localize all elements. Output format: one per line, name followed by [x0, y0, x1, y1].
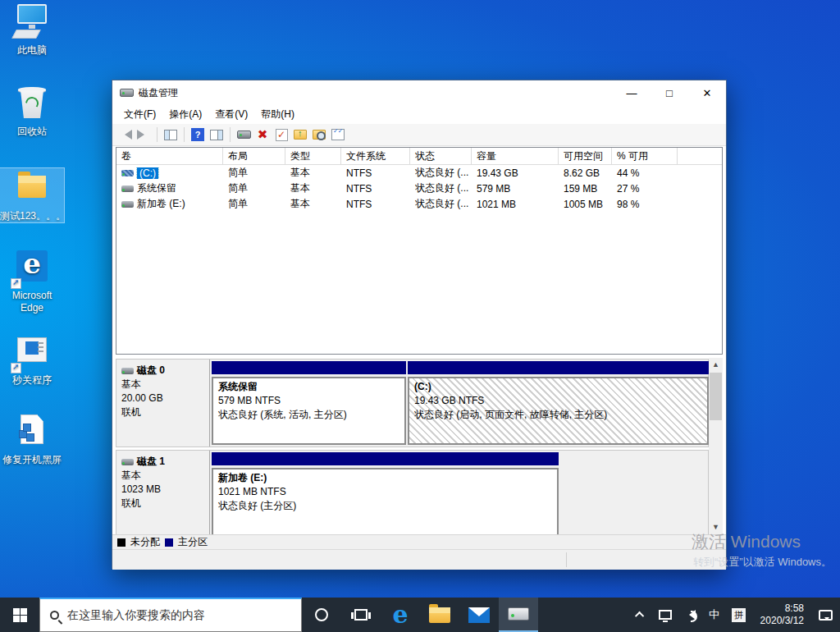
disk-0-info[interactable]: 磁盘 0 基本 20.00 GB 联机 [116, 360, 210, 447]
partition-e[interactable]: 新加卷 (E:) 1021 MB NTFS 状态良好 (主分区) [212, 452, 559, 534]
partition-name: 新加卷 (E:) [218, 471, 552, 485]
cell-fs: NTFS [341, 183, 410, 195]
desktop-icon-this-pc[interactable]: 此电脑 [0, 2, 64, 57]
col-pct-free[interactable]: % 可用 [612, 148, 678, 164]
recycle-bin-icon [12, 84, 52, 123]
desktop-icon-fix-black-screen[interactable]: 修复开机黑屏 [0, 412, 64, 466]
disk-status: 联机 [121, 497, 209, 511]
ime-mode-button[interactable]: 拼 [729, 598, 749, 632]
network-tray-button[interactable] [655, 598, 675, 632]
desktop: 此电脑 回收站 测试123。。。 e Microsoft Edge 秒关程序 修… [0, 0, 840, 632]
partition-c-selected[interactable]: (C:) 19.43 GB NTFS 状态良好 (启动, 页面文件, 故障转储,… [408, 361, 709, 445]
graphical-view-pane: 磁盘 0 基本 20.00 GB 联机 系统保留 579 MB NTFS 状态良… [116, 358, 723, 534]
partition-color-bar [408, 361, 709, 374]
console-tree-icon[interactable] [163, 127, 178, 142]
table-row[interactable]: (C:) 简单 基本 NTFS 状态良好 (... 19.43 GB 8.62 … [116, 165, 722, 181]
partition-status: 状态良好 (主分区) [218, 499, 552, 513]
cortana-button[interactable] [302, 598, 341, 632]
delete-volume-icon[interactable]: ✖ [255, 127, 270, 142]
scroll-up-icon[interactable]: ▲ [709, 358, 723, 372]
partition-status: 状态良好 (启动, 页面文件, 故障转储, 主分区) [414, 408, 702, 422]
legend-primary-label: 主分区 [178, 535, 208, 549]
menu-view[interactable]: 查看(V) [208, 105, 254, 124]
cell-status: 状态良好 (... [410, 181, 472, 195]
back-icon[interactable] [117, 127, 132, 142]
col-type[interactable]: 类型 [285, 148, 341, 164]
action-pane-icon[interactable] [209, 127, 224, 142]
desktop-icon-label: 秒关程序 [0, 374, 64, 387]
explore-icon[interactable] [312, 127, 326, 142]
clock[interactable]: 8:58 2020/3/12 [754, 602, 810, 627]
legend-unallocated-label: 未分配 [130, 535, 160, 549]
menu-bar: 文件(F) 操作(A) 查看(V) 帮助(H) [112, 105, 726, 124]
chevron-up-icon [635, 611, 644, 621]
search-input[interactable]: 在这里输入你要搜索的内容 [39, 598, 302, 632]
desktop-icon-label: Microsoft Edge [0, 290, 64, 314]
desktop-icon-test-folder[interactable]: 测试123。。。 [0, 168, 64, 222]
cell-free: 8.62 GB [559, 167, 612, 179]
menu-action[interactable]: 操作(A) [162, 105, 208, 124]
disk-properties-icon[interactable] [236, 127, 251, 142]
desktop-icon-quick-close-app[interactable]: 秒关程序 [0, 332, 64, 387]
status-bar [112, 549, 726, 570]
start-button[interactable] [0, 598, 39, 632]
task-view-button[interactable] [341, 598, 381, 632]
cell-type: 基本 [285, 197, 341, 211]
mail-button[interactable] [459, 598, 499, 632]
partition-system-reserved[interactable]: 系统保留 579 MB NTFS 状态良好 (系统, 活动, 主分区) [212, 361, 406, 445]
cell-fs: NTFS [341, 167, 410, 179]
menu-help[interactable]: 帮助(H) [254, 105, 301, 124]
activate-windows-watermark-sub: 转到“设置”以激活 Windows。 [693, 555, 832, 570]
disk-icon [508, 607, 529, 621]
cell-layout: 简单 [223, 166, 285, 180]
volume-tray-button[interactable] [680, 598, 700, 632]
table-row[interactable]: 系统保留 简单 基本 NTFS 状态良好 (... 579 MB 159 MB … [116, 181, 722, 196]
table-row[interactable]: 新加卷 (E:) 简单 基本 NTFS 状态良好 (... 1021 MB 10… [116, 196, 722, 212]
maximize-button[interactable]: □ [651, 80, 688, 105]
edge-taskbar-button[interactable]: e [381, 598, 420, 632]
cell-type: 基本 [285, 181, 341, 195]
minimize-button[interactable]: — [613, 80, 651, 105]
forward-icon[interactable] [136, 127, 151, 142]
cortana-icon [315, 608, 328, 621]
close-button[interactable]: ✕ [688, 80, 726, 105]
mark-active-icon[interactable]: ✓ [274, 127, 289, 142]
checklist-icon[interactable] [331, 127, 345, 142]
cell-status: 状态良好 (... [410, 197, 472, 211]
disk-type: 基本 [121, 469, 209, 483]
desktop-icon-edge[interactable]: e Microsoft Edge [0, 248, 64, 314]
volume-icon [121, 185, 134, 192]
file-explorer-button[interactable] [420, 598, 459, 632]
col-status[interactable]: 状态 [410, 148, 472, 164]
col-volume[interactable]: 卷 [116, 148, 223, 164]
ime-language-button[interactable]: 中 [705, 598, 724, 632]
scrollbar-thumb[interactable] [710, 373, 722, 420]
search-icon [50, 611, 59, 620]
title-bar[interactable]: 磁盘管理 — □ ✕ [112, 80, 726, 105]
cell-capacity: 19.43 GB [472, 167, 559, 179]
toolbar: ? ✖ ✓ [112, 124, 726, 146]
folder-icon [12, 168, 52, 208]
volume-icon [121, 201, 134, 208]
menu-file[interactable]: 文件(F) [117, 105, 162, 124]
legend-bar: 未分配 主分区 [112, 534, 726, 549]
partition-color-bar [212, 361, 406, 374]
col-layout[interactable]: 布局 [223, 148, 285, 164]
disk-name: 磁盘 0 [137, 364, 165, 376]
col-capacity[interactable]: 容量 [472, 148, 559, 164]
registry-file-icon [12, 412, 52, 451]
tray-expand-button[interactable] [631, 598, 651, 632]
window-title: 磁盘管理 [139, 86, 178, 100]
col-free[interactable]: 可用空间 [559, 148, 612, 164]
desktop-icon-recycle-bin[interactable]: 回收站 [0, 84, 64, 138]
action-center-button[interactable] [815, 598, 835, 632]
help-icon[interactable]: ? [190, 127, 205, 142]
col-filesystem[interactable]: 文件系统 [341, 148, 410, 164]
desktop-icon-label: 测试123。。。 [0, 210, 64, 222]
search-placeholder: 在这里输入你要搜索的内容 [67, 608, 205, 623]
disk-management-taskbar-button[interactable] [499, 598, 538, 632]
extend-volume-icon[interactable] [293, 127, 308, 142]
vertical-scrollbar[interactable]: ▲ ▼ [709, 358, 723, 534]
cell-layout: 简单 [223, 181, 285, 195]
disk-1-info[interactable]: 磁盘 1 基本 1023 MB 联机 [116, 451, 210, 534]
